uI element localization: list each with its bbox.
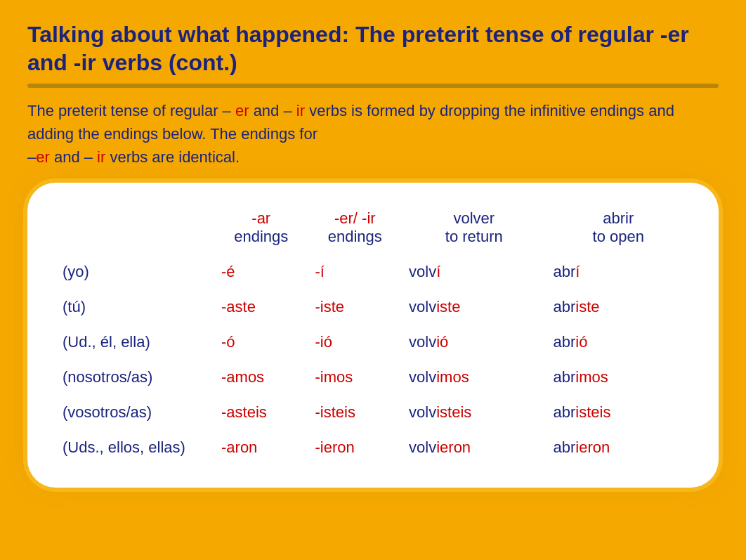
- cell-er-3: -imos: [308, 363, 403, 392]
- table-row-spacer: [55, 392, 691, 398]
- table-row-spacer: [55, 287, 691, 292]
- header-subject: [55, 204, 214, 249]
- cell-ar-2: -ó: [214, 327, 308, 357]
- table-body: (yo)-é-ívolvíabrí(tú)-aste-istevolvistea…: [55, 257, 691, 462]
- header-ar-line1: -ar: [251, 209, 270, 227]
- cell-volver-5: volvieron: [402, 433, 546, 462]
- table-row-spacer: [55, 427, 691, 433]
- main-card: Talking about what happened: The preteri…: [8, 6, 738, 554]
- table-row: (vosotros/as)-asteis-isteisvolvisteisabr…: [55, 398, 691, 427]
- volver-end-3: imos: [436, 368, 469, 386]
- abrir-end-4: isteis: [575, 403, 610, 421]
- abrir-base-2: abr: [554, 333, 576, 351]
- conjugation-table-container: -ar endings -er/ -ir endings volver to r…: [27, 183, 719, 488]
- header-spacer-row: [55, 249, 691, 257]
- cell-subject-1: (tú): [55, 292, 214, 322]
- cell-abrir-1: abriste: [547, 292, 691, 322]
- table-row: (Ud., él, ella)-ó-ióvolvióabrió: [55, 327, 691, 357]
- abrir-end-1: iste: [575, 298, 599, 315]
- cell-ar-0: -é: [214, 257, 308, 287]
- desc-text-1: The preterit tense of regular –: [27, 102, 235, 119]
- cell-er-4: -isteis: [308, 398, 403, 427]
- abrir-end-2: ió: [575, 333, 587, 351]
- cell-volver-3: volvimos: [402, 363, 546, 392]
- volver-end-4: isteis: [436, 403, 471, 421]
- cell-abrir-2: abrió: [547, 327, 691, 357]
- volver-base-3: volv: [409, 368, 436, 386]
- abrir-base-1: abr: [554, 298, 576, 315]
- volver-end-5: ieron: [436, 438, 471, 456]
- desc-text-2: and –: [254, 102, 296, 119]
- cell-subject-4: (vosotros/as): [55, 398, 214, 427]
- cell-abrir-5: abrieron: [547, 433, 691, 462]
- desc-text-4: and –: [50, 148, 97, 166]
- cell-subject-5: (Uds., ellos, ellas): [55, 433, 214, 462]
- table-row: (Uds., ellos, ellas)-aron-ieronvolvieron…: [55, 433, 691, 462]
- desc-ir-1: ir: [296, 102, 305, 119]
- abrir-base-0: abr: [554, 263, 576, 280]
- desc-er-1: er: [235, 102, 249, 119]
- abrir-end-3: imos: [575, 368, 608, 386]
- conjugation-table: -ar endings -er/ -ir endings volver to r…: [55, 204, 691, 462]
- cell-subject-0: (yo): [55, 257, 214, 287]
- header-abrir-line2: to open: [593, 228, 644, 245]
- volver-base-1: volv: [409, 298, 436, 315]
- desc-ir-2: ir: [97, 148, 105, 166]
- cell-subject-2: (Ud., él, ella): [55, 327, 214, 357]
- header-er: -er/ -ir endings: [308, 204, 403, 249]
- header-volver-line2: to return: [445, 228, 503, 245]
- volver-base-0: volv: [409, 263, 436, 280]
- header-ar: -ar endings: [214, 204, 308, 249]
- cell-volver-1: volviste: [402, 292, 546, 322]
- cell-er-2: -ió: [308, 327, 403, 357]
- table-row: (tú)-aste-istevolvisteabriste: [55, 292, 691, 322]
- volver-end-2: ió: [436, 333, 448, 351]
- header-abrir: abrir to open: [547, 204, 691, 249]
- abrir-base-3: abr: [554, 368, 576, 386]
- volver-end-1: iste: [436, 298, 460, 315]
- table-header-row: -ar endings -er/ -ir endings volver to r…: [55, 204, 691, 249]
- cell-abrir-0: abrí: [547, 257, 691, 287]
- cell-volver-2: volvió: [402, 327, 546, 357]
- desc-text-5: verbs are identical.: [105, 148, 240, 166]
- abrir-end-0: í: [575, 263, 580, 280]
- volver-base-4: volv: [409, 403, 436, 421]
- page-title: Talking about what happened: The preteri…: [27, 20, 719, 77]
- cell-subject-3: (nosotros/as): [55, 363, 214, 392]
- cell-abrir-4: abristeis: [547, 398, 691, 427]
- abrir-base-4: abr: [554, 403, 576, 421]
- table-row-spacer: [55, 357, 691, 363]
- abrir-end-5: ieron: [575, 438, 610, 456]
- cell-er-5: -ieron: [308, 433, 403, 462]
- volver-end-0: í: [436, 263, 440, 280]
- header-volver-line1: volver: [453, 209, 495, 227]
- cell-ar-5: -aron: [214, 433, 308, 462]
- cell-ar-1: -aste: [214, 292, 308, 322]
- volver-base-2: volv: [409, 333, 436, 351]
- cell-er-0: -í: [308, 257, 403, 287]
- abrir-base-5: abr: [554, 438, 576, 456]
- divider: [27, 84, 719, 88]
- header-volver: volver to return: [402, 204, 546, 249]
- header-abrir-line1: abrir: [603, 209, 634, 227]
- cell-volver-0: volví: [402, 257, 546, 287]
- cell-ar-4: -asteis: [214, 398, 308, 427]
- cell-ar-3: -amos: [214, 363, 308, 392]
- table-row: (yo)-é-ívolvíabrí: [55, 257, 691, 287]
- desc-er-2: er: [36, 148, 50, 166]
- table-row-spacer: [55, 322, 691, 327]
- table-row: (nosotros/as)-amos-imosvolvimosabrimos: [55, 363, 691, 392]
- title-section: Talking about what happened: The preteri…: [27, 20, 719, 77]
- description: The preterit tense of regular – er and –…: [27, 99, 719, 169]
- header-er-line1: -er/ -ir: [334, 209, 376, 227]
- cell-abrir-3: abrimos: [547, 363, 691, 392]
- header-ar-line2: endings: [234, 228, 288, 245]
- cell-er-1: -iste: [308, 292, 403, 322]
- volver-base-5: volv: [409, 438, 436, 456]
- header-er-line2: endings: [328, 228, 382, 245]
- cell-volver-4: volvisteis: [402, 398, 546, 427]
